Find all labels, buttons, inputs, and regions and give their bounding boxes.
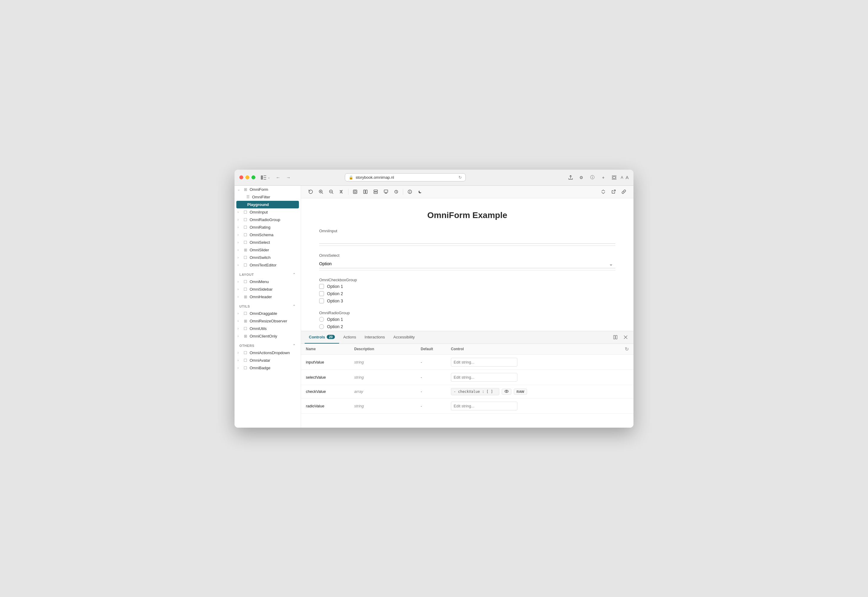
sidebar-item-omni-client-only[interactable]: › ⊞ OmniClientOnly	[234, 333, 301, 340]
utils-section-header[interactable]: UTILS ⌃	[234, 301, 301, 310]
small-font-button[interactable]: A	[621, 175, 623, 180]
radio-item-1[interactable]: Option 1	[319, 317, 615, 322]
check-value-raw-button[interactable]: RAW	[514, 389, 527, 395]
control-radio-value[interactable]	[451, 402, 517, 410]
sidebar-item-omni-draggable[interactable]: › ☐ OmniDraggable	[234, 310, 301, 317]
sidebar-item-omni-rating[interactable]: › ☐ OmniRating	[234, 223, 301, 231]
url-text: storybook.omnimap.nl	[356, 175, 394, 180]
omni-input-field[interactable]	[319, 235, 615, 244]
panel-tab-actions	[611, 333, 630, 342]
share-button[interactable]	[566, 173, 575, 182]
tabs-button[interactable]	[610, 173, 618, 182]
folder-icon-omni-switch: ☐	[243, 255, 248, 260]
sidebar-item-omni-resize-observer[interactable]: › ⊞ OmniResizeObserver	[234, 317, 301, 325]
layout-section-header[interactable]: LAYOUT ⌃	[234, 269, 301, 278]
check-value-display: - checkValue : [ ]	[451, 388, 499, 395]
address-bar[interactable]: 🔒 storybook.omnimap.nl ↻	[345, 173, 466, 181]
svg-rect-3	[264, 179, 266, 180]
checkbox-item-1[interactable]: Option 1	[319, 284, 615, 289]
check-value-eye-button[interactable]	[502, 389, 511, 395]
maximize-button[interactable]	[252, 175, 255, 179]
tab-interactions[interactable]: Interactions	[360, 331, 389, 343]
sidebar-item-omni-utils[interactable]: › ☐ OmniUtils	[234, 325, 301, 333]
radio-circle-1	[319, 317, 324, 322]
sidebar-item-omni-badge[interactable]: › ☐ OmniBadge	[234, 364, 301, 372]
tab-controls[interactable]: Controls 20	[305, 331, 339, 343]
layout-2-button[interactable]	[361, 187, 370, 197]
large-font-button[interactable]: A	[626, 175, 629, 180]
folder-icon-omni-text-editor: ☐	[243, 263, 248, 267]
sidebar-item-omni-schema[interactable]: › ☐ OmniSchema	[234, 231, 301, 239]
layout-4-button[interactable]	[381, 187, 391, 197]
omni-select-label: OmniSelect	[319, 253, 615, 258]
sidebar-item-omni-header[interactable]: › ⊞ OmniHeader	[234, 293, 301, 301]
layout-1-button[interactable]	[350, 187, 360, 197]
external-link-button[interactable]	[609, 187, 618, 197]
folder-icon-omni-schema: ☐	[243, 233, 248, 237]
folder-icon-omni-sidebar: ☐	[243, 287, 248, 291]
sidebar-item-omni-switch[interactable]: › ☐ OmniSwitch	[234, 254, 301, 261]
settings-button[interactable]: ⚙	[577, 173, 586, 182]
omni-select-field[interactable]: Option Option Option	[319, 260, 615, 268]
info-toolbar-button[interactable]	[405, 187, 415, 197]
td-select-value-default: -	[416, 370, 446, 385]
radio-group: Option 1 Option 2 Option 3	[319, 317, 615, 331]
control-input-value[interactable]	[451, 358, 517, 367]
others-section-header[interactable]: OTHERS ⌃	[234, 340, 301, 349]
controls-badge: 20	[327, 335, 335, 339]
omni-select-container: Option Option Option ⌄	[319, 260, 615, 268]
sidebar-item-playground[interactable]: Playground	[236, 201, 299, 208]
sidebar-item-label-omni-switch: OmniSwitch	[250, 255, 271, 260]
sidebar-item-omni-input[interactable]: › ☐ OmniInput	[234, 208, 301, 216]
sidebar-item-omni-slider[interactable]: › ⊞ OmniSlider	[234, 246, 301, 254]
sidebar-toggle-icon[interactable]: ⌄	[261, 175, 270, 180]
tab-accessibility[interactable]: Accessibility	[389, 331, 419, 343]
checkbox-item-3[interactable]: Option 3	[319, 298, 615, 303]
close-button[interactable]	[239, 175, 243, 179]
th-name: Name	[301, 344, 350, 355]
add-tab-button[interactable]: +	[599, 173, 607, 182]
expand-panel-button[interactable]	[598, 187, 608, 197]
svg-rect-15	[385, 193, 387, 193]
layout-5-button[interactable]	[391, 187, 401, 197]
copy-link-button[interactable]	[619, 187, 629, 197]
close-panel-button[interactable]	[621, 333, 630, 342]
back-button[interactable]: ←	[274, 173, 282, 182]
reset-all-button[interactable]: ↻	[625, 346, 629, 352]
sidebar-item-omni-sidebar[interactable]: › ☐ OmniSidebar	[234, 285, 301, 293]
minimize-button[interactable]	[245, 175, 249, 179]
layout-3-button[interactable]	[371, 187, 381, 197]
control-select-value[interactable]	[451, 373, 517, 382]
checkbox-label-3: Option 3	[327, 298, 343, 303]
split-panel-button[interactable]	[611, 333, 619, 342]
forward-button[interactable]: →	[284, 173, 293, 182]
tab-interactions-label: Interactions	[364, 335, 385, 339]
sidebar-item-omni-text-editor[interactable]: › ☐ OmniTextEditor	[234, 261, 301, 269]
file-icon-omni-filter: ☰	[245, 195, 250, 199]
zoom-out-button[interactable]	[326, 187, 336, 197]
sidebar-item-label-omni-resize-observer: OmniResizeObserver	[250, 319, 287, 323]
sidebar-item-omni-radio-group[interactable]: › ☐ OmniRadioGroup	[234, 216, 301, 223]
expand-arrow-omni-slider: ›	[237, 248, 241, 252]
tab-actions[interactable]: Actions	[339, 331, 361, 343]
checkbox-item-2[interactable]: Option 2	[319, 291, 615, 296]
svg-rect-10	[364, 190, 365, 193]
info-button[interactable]: ⓘ	[588, 173, 597, 182]
expand-arrow-omni-utils: ›	[237, 327, 241, 330]
sidebar-item-omni-select[interactable]: › ☐ OmniSelect	[234, 239, 301, 246]
zoom-in-button[interactable]	[316, 187, 326, 197]
reset-zoom-button[interactable]	[337, 187, 347, 197]
expand-arrow-omni-form: ⌄	[237, 188, 241, 191]
radio-label-1: Option 1	[327, 317, 343, 322]
sidebar-item-omni-avatar[interactable]: › ☐ OmniAvatar	[234, 356, 301, 364]
sidebar-item-omni-menu[interactable]: › ☐ OmniMenu	[234, 278, 301, 285]
reload-toolbar-button[interactable]	[306, 187, 316, 197]
sidebar-item-omni-actions-dropdown[interactable]: › ☐ OmniActionsDropdown	[234, 349, 301, 356]
reload-button[interactable]: ↻	[458, 175, 462, 180]
sidebar-item-omni-filter[interactable]: ☰ OmniFilter	[234, 193, 301, 201]
table-row-radio-value: radioValue string -	[301, 398, 634, 413]
dark-mode-button[interactable]	[415, 187, 425, 197]
sidebar-item-omni-form[interactable]: ⌄ ⊞ OmniForm	[234, 186, 301, 193]
radio-item-2[interactable]: Option 2	[319, 324, 615, 329]
svg-rect-8	[353, 190, 357, 193]
